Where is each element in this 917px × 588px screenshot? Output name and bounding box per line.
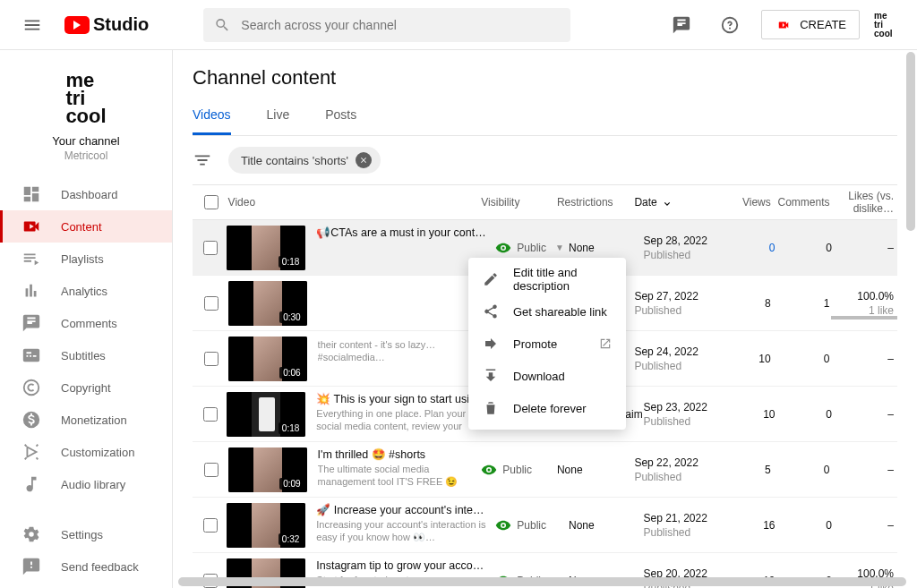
table-row[interactable]: 0:09I'm thrilled 🤩 #shortsThe ultimate s… <box>193 442 897 498</box>
search-input[interactable] <box>241 18 560 32</box>
chat-support-button[interactable] <box>664 8 698 42</box>
sidebar-item-content[interactable]: Content <box>0 210 172 243</box>
public-icon <box>495 517 511 533</box>
row-checkbox[interactable] <box>203 241 218 255</box>
visibility-cell[interactable]: Public▼ <box>495 240 569 256</box>
filter-chip-label: Title contains 'shorts' <box>241 154 348 167</box>
video-duration: 0:18 <box>279 422 303 434</box>
video-title[interactable]: 💥 This is your sign to start using Metr… <box>316 392 486 405</box>
likes-cell: – <box>832 408 897 421</box>
row-checkbox[interactable] <box>204 463 219 477</box>
horizontal-scrollbar[interactable] <box>178 577 906 586</box>
sidebar-item-label: Copyright <box>61 381 111 395</box>
channel-name: Metricool <box>0 149 172 162</box>
video-thumbnail[interactable]: 0:09 <box>228 447 307 492</box>
date-cell: Sep 28, 2022Published <box>643 234 731 261</box>
filter-row: Title contains 'shorts' <box>193 136 897 184</box>
vertical-scrollbar[interactable] <box>906 52 915 231</box>
analytics-icon <box>21 281 41 301</box>
col-header-visibility[interactable]: Visibility <box>481 196 557 209</box>
public-icon <box>495 240 511 256</box>
col-header-comments[interactable]: Comments <box>771 196 830 209</box>
restrictions-cell: None <box>569 519 644 532</box>
youtube-studio-logo[interactable]: Studio <box>64 14 149 35</box>
sidebar-item-analytics[interactable]: Analytics <box>0 275 172 307</box>
main-content: Channel content Videos Live Posts Title … <box>172 50 917 588</box>
menu-item-icon <box>483 271 499 287</box>
sidebar-item-label: Monetization <box>61 413 127 427</box>
sidebar-item-copyright[interactable]: Copyright <box>0 371 172 404</box>
video-thumbnail[interactable]: 0:18 <box>227 392 305 437</box>
row-checkbox[interactable] <box>203 407 218 422</box>
hamburger-menu-button[interactable] <box>14 7 50 43</box>
video-thumbnail[interactable]: 0:18 <box>227 226 305 270</box>
filter-chip[interactable]: Title contains 'shorts' <box>228 147 381 174</box>
likes-cell: – <box>832 519 897 532</box>
tab-live[interactable]: Live <box>267 107 290 135</box>
views-cell[interactable]: 0 <box>731 242 775 254</box>
video-title[interactable]: I'm thrilled 🤩 #shorts <box>318 447 473 461</box>
account-avatar[interactable]: me tri cool <box>874 12 903 38</box>
sidebar-item-settings[interactable]: Settings <box>0 518 172 550</box>
likes-cell: – <box>832 242 897 254</box>
close-icon <box>359 156 368 165</box>
sidebar-item-subtitles[interactable]: Subtitles <box>0 339 172 371</box>
page-title: Channel content <box>193 66 897 89</box>
sidebar-item-send-feedback[interactable]: Send feedback <box>0 550 172 583</box>
views-cell: 10 <box>731 408 775 421</box>
row-checkbox[interactable] <box>203 518 218 533</box>
mini-scrollbar[interactable] <box>831 316 897 320</box>
content-icon <box>21 217 41 236</box>
visibility-cell[interactable]: Public <box>495 517 569 533</box>
menu-item-edit-title-and-description[interactable]: Edit title and description <box>468 263 626 295</box>
sidebar-item-label: Subtitles <box>61 349 106 362</box>
video-title[interactable]: Instagram tip to grow your account 🚀 … <box>316 558 486 572</box>
channel-block[interactable]: me tri cool Your channel Metricool <box>0 63 172 178</box>
sidebar-item-playlists[interactable]: Playlists <box>0 243 172 275</box>
col-header-restrictions[interactable]: Restrictions <box>557 196 635 209</box>
filter-chip-remove[interactable] <box>356 152 372 168</box>
video-title[interactable]: 🚀 Increase your account's interaction … <box>316 503 486 516</box>
likes-cell: – <box>830 464 897 476</box>
chat-icon <box>672 15 691 35</box>
date-cell: Sep 27, 2022Published <box>634 290 725 317</box>
customization-icon <box>21 442 41 462</box>
col-header-views[interactable]: Views <box>725 196 771 209</box>
tab-videos[interactable]: Videos <box>193 107 231 135</box>
menu-item-label: Promote <box>513 337 557 351</box>
help-button[interactable] <box>713 8 747 42</box>
filter-icon[interactable] <box>193 150 212 170</box>
chevron-down-icon: ▼ <box>555 243 564 252</box>
select-all-checkbox[interactable] <box>204 195 219 209</box>
studio-label: Studio <box>93 14 149 35</box>
sidebar-item-label: Analytics <box>61 285 107 298</box>
video-thumbnail[interactable]: 0:32 <box>227 503 305 548</box>
col-header-likes[interactable]: Likes (vs. dislike… <box>830 190 897 215</box>
menu-item-delete-forever[interactable]: Delete forever <box>468 392 626 424</box>
sidebar-item-customization[interactable]: Customization <box>0 436 172 468</box>
menu-item-get-shareable-link[interactable]: Get shareable link <box>468 295 626 328</box>
row-checkbox[interactable] <box>204 352 219 366</box>
col-header-video[interactable]: Video <box>228 196 482 209</box>
sidebar-item-dashboard[interactable]: Dashboard <box>0 178 172 210</box>
sidebar-item-audio-library[interactable]: Audio library <box>0 468 172 500</box>
visibility-cell[interactable]: Public <box>481 462 557 478</box>
video-title[interactable]: 📢CTAs are a must in your content! #… <box>316 226 486 239</box>
row-checkbox[interactable] <box>204 296 219 311</box>
search-bar[interactable] <box>203 8 570 42</box>
video-description: Increasing your account's interaction is… <box>316 518 486 543</box>
sidebar-item-comments[interactable]: Comments <box>0 307 172 339</box>
visibility-label: Public <box>517 242 546 254</box>
sidebar-item-monetization[interactable]: Monetization <box>0 404 172 436</box>
date-cell: Sep 22, 2022Published <box>634 456 725 483</box>
menu-item-label: Edit title and description <box>513 266 612 293</box>
video-duration: 0:30 <box>279 311 304 323</box>
menu-item-promote[interactable]: Promote <box>468 328 626 360</box>
video-thumbnail[interactable]: 0:30 <box>228 281 307 326</box>
tab-posts[interactable]: Posts <box>325 107 356 135</box>
col-header-date[interactable]: Date <box>634 196 725 209</box>
menu-item-download[interactable]: Download <box>468 360 626 392</box>
video-thumbnail[interactable]: 0:06 <box>228 337 307 381</box>
table-row[interactable]: 0:32🚀 Increase your account's interactio… <box>193 498 897 553</box>
create-button[interactable]: CREATE <box>761 10 860 39</box>
